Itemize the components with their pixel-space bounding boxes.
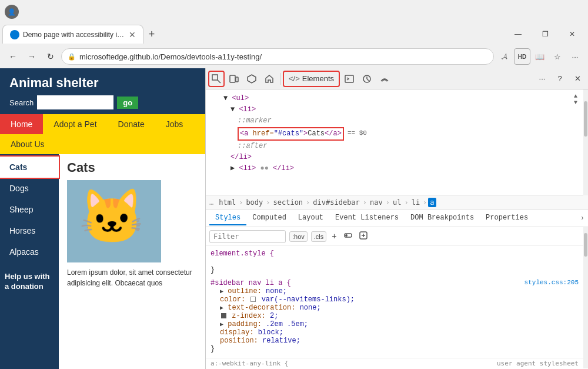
breadcrumb-ul[interactable]: ul	[391, 198, 403, 207]
minimize-button[interactable]: —	[505, 25, 532, 44]
favorites-button[interactable]: ☆	[549, 48, 566, 65]
nav-home-link[interactable]: Home	[0, 114, 43, 134]
main-area: Animal shelter Search go Home Adopt a Pe…	[0, 68, 588, 369]
tab-computed[interactable]: Computed	[246, 211, 292, 225]
tab-event-listeners[interactable]: Event Listeners	[329, 211, 405, 225]
breadcrumb-a[interactable]: a	[428, 198, 436, 207]
network-button[interactable]	[376, 71, 393, 87]
home-button[interactable]	[261, 71, 278, 87]
tab-properties[interactable]: Properties	[480, 211, 534, 225]
styles-bottom-hint: a:-webkit-any-link { user agent styleshe…	[206, 358, 583, 368]
devtools-close-button[interactable]: ✕	[569, 71, 586, 87]
elements-panel-tab[interactable]: </> Elements	[283, 71, 340, 87]
3d-view-button[interactable]	[243, 71, 260, 87]
active-tab[interactable]: Demo page with accessibility issu ✕	[2, 25, 143, 44]
read-aloud-button[interactable]: 𝓐	[496, 48, 513, 65]
window-close-button[interactable]: ✕	[559, 25, 586, 44]
sidebar-item-sheep[interactable]: Sheep	[0, 199, 59, 220]
content-heading: Cats	[67, 160, 197, 175]
sidebar-item-alpacas[interactable]: Alpacas	[0, 241, 59, 262]
devtools-panel: </> Elements	[206, 68, 588, 369]
donation-text: Help us with a donation	[0, 262, 59, 301]
tab-close-button[interactable]: ✕	[129, 30, 136, 39]
css-selector-element: element.style {	[211, 250, 579, 258]
svg-line-1	[218, 80, 220, 83]
css-rule-element-style: element.style { }	[211, 250, 579, 274]
styles-scrollbar[interactable]	[583, 227, 588, 368]
tab-styles[interactable]: Styles	[209, 211, 246, 225]
dom-down-arrow[interactable]: ▼	[574, 99, 577, 106]
nav-jobs-link[interactable]: Jobs	[155, 114, 194, 134]
console-button[interactable]	[341, 71, 358, 87]
dom-scrollbar[interactable]	[583, 89, 588, 195]
search-input[interactable]	[37, 95, 113, 109]
css-source-link[interactable]: styles.css:205	[524, 279, 579, 286]
breadcrumb-dots: …	[209, 198, 213, 207]
pseudo-class-button[interactable]: :hov	[289, 231, 308, 242]
lock-icon: 🔒	[68, 53, 76, 61]
elements-code-icon: </>	[289, 74, 300, 83]
search-go-button[interactable]: go	[117, 97, 138, 109]
dom-scroll-thumb[interactable]	[584, 101, 587, 137]
dom-line-anchor[interactable]: <a href="#cats">Cats</a> == $0	[211, 127, 579, 141]
maximize-button[interactable]: ❐	[532, 25, 559, 44]
more-tools-button[interactable]: ···	[534, 71, 550, 87]
tab-layout[interactable]: Layout	[292, 211, 329, 225]
sources-button[interactable]	[359, 71, 375, 87]
webpage-preview: Animal shelter Search go Home Adopt a Pe…	[0, 68, 206, 369]
browser-menu-button[interactable]: ···	[567, 48, 583, 65]
breadcrumb-div-sidebar[interactable]: div#sidebar	[311, 198, 361, 207]
tab-favicon	[10, 30, 19, 39]
hd-button[interactable]: HD	[514, 48, 530, 65]
cls-button[interactable]: .cls	[311, 231, 327, 242]
nav-donate-link[interactable]: Donate	[108, 114, 155, 134]
css-prop-padding: ▶ padding: .2em .5em;	[220, 320, 579, 328]
styles-filter-input[interactable]	[209, 230, 286, 243]
breadcrumb-li[interactable]: li	[410, 198, 422, 207]
immersive-reader-button[interactable]: 📖	[532, 48, 548, 65]
css-empty-line	[220, 258, 224, 266]
css-rule-sidebar-nav: #sidebar nav li a { styles.css:205 ▶ out…	[211, 279, 579, 353]
devtools-help-button[interactable]: ?	[552, 71, 568, 87]
breadcrumb-section[interactable]: section	[272, 198, 305, 207]
dom-up-arrow[interactable]: ▲	[574, 93, 577, 99]
address-bar-buttons: 𝓐 HD 📖 ☆ ···	[496, 48, 583, 65]
dom-expand-ul[interactable]: ▼	[223, 94, 228, 102]
dom-highlighted-element: <a href="#cats">Cats</a>	[238, 127, 344, 141]
css-prop-position: position: relative;	[220, 337, 579, 345]
toggle-element-state-button[interactable]	[342, 231, 354, 242]
add-style-button[interactable]: +	[330, 232, 338, 241]
new-style-rule-button[interactable]	[358, 231, 369, 242]
dom-line-li2: ▶ <li> ●● </li>	[211, 163, 579, 174]
inspect-element-button[interactable]	[208, 71, 225, 87]
sidebar-item-horses[interactable]: Horses	[0, 220, 59, 241]
breadcrumb-nav[interactable]: nav	[368, 198, 385, 207]
nav-adopt-link[interactable]: Adopt a Pet	[43, 114, 107, 134]
forward-button[interactable]: →	[24, 48, 40, 65]
back-button[interactable]: ←	[5, 48, 21, 65]
css-props-block: ▶ outline: none; color: var(--navitems-l…	[211, 287, 579, 345]
svg-marker-5	[266, 75, 273, 82]
sidebar-item-dogs[interactable]: Dogs	[0, 178, 59, 199]
search-row: Search go	[9, 95, 196, 109]
nav-about-link[interactable]: About Us	[0, 134, 55, 154]
dom-tree-area: ▲ ▼ ▼ <ul> ▼ <li> ::marker	[206, 89, 588, 195]
refresh-button[interactable]: ↻	[42, 48, 59, 65]
dom-line-close-li: </li>	[211, 152, 579, 163]
svg-point-11	[345, 234, 348, 237]
css-prop-text-decoration: ▶ text-decoration: none;	[220, 304, 579, 312]
profile-avatar[interactable]: 👤	[5, 5, 19, 19]
breadcrumb-html[interactable]: html	[217, 198, 238, 207]
breadcrumb-body[interactable]: body	[244, 198, 265, 207]
styles-more-button[interactable]: ›	[580, 214, 584, 222]
device-toggle-button[interactable]	[226, 71, 242, 87]
new-tab-button[interactable]: +	[143, 26, 160, 42]
color-swatch[interactable]	[250, 297, 256, 302]
tab-dom-breakpoints[interactable]: DOM Breakpoints	[405, 211, 480, 225]
url-bar[interactable]: 🔒 microsoftedge.github.io/Demos/devtools…	[61, 48, 494, 65]
site-nav: Home Adopt a Pet Donate Jobs About Us	[0, 114, 205, 154]
css-prop-z-index: z-index: 2;	[220, 312, 579, 320]
sidebar-item-cats[interactable]: Cats	[0, 157, 59, 178]
styles-scroll-thumb[interactable]	[584, 233, 587, 257]
dom-line-after: ::after	[211, 141, 579, 152]
